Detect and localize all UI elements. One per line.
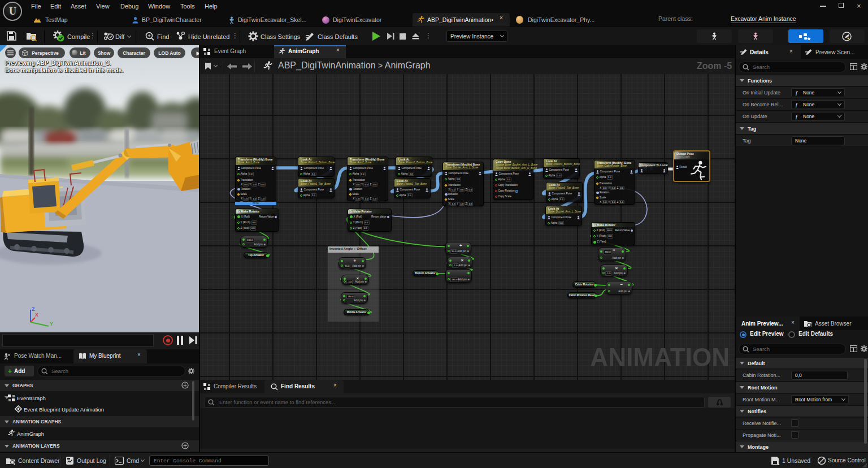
svg-text:Y: Y <box>50 321 53 327</box>
svg-text:X: X <box>35 312 38 318</box>
svg-text:Z: Z <box>32 306 35 312</box>
